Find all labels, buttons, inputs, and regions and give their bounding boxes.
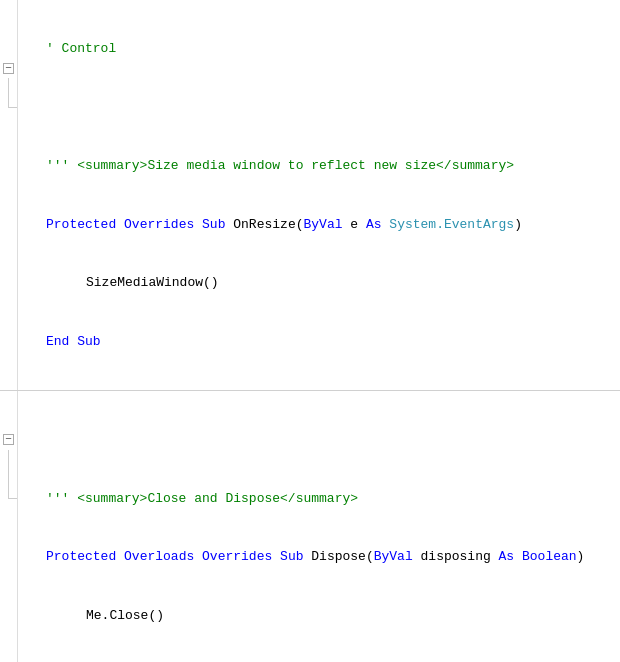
line-blank-1 bbox=[26, 98, 620, 118]
section-control: − ' Control ''' <summary>Size media wind… bbox=[0, 0, 620, 390]
apostrophe: ' Control bbox=[46, 41, 116, 56]
code-section-control: ' Control ''' <summary>Size media window… bbox=[18, 0, 620, 390]
line-protected-onresize: Protected Overrides Sub OnResize(ByVal e… bbox=[26, 215, 620, 235]
gutter-dispose: − bbox=[0, 391, 18, 662]
code-section-dispose: ''' <summary>Close and Dispose</summary>… bbox=[18, 391, 620, 662]
bar-cell-vline-end bbox=[0, 98, 18, 118]
line-summary-resize: ''' <summary>Size media window to reflec… bbox=[26, 156, 620, 176]
line-sizemedia: SizeMediaWindow() bbox=[26, 273, 620, 293]
line-control-comment: ' Control bbox=[26, 39, 620, 59]
bar-cell bbox=[0, 20, 18, 40]
gutter-control: − bbox=[0, 0, 18, 390]
section-dispose: − ''' <summary>Close and Dispose</summar… bbox=[0, 391, 620, 662]
line-meclose: Me.Close() bbox=[26, 606, 620, 626]
line-protected-dispose: Protected Overloads Overrides Sub Dispos… bbox=[26, 547, 620, 567]
bar-cell bbox=[0, 0, 18, 20]
line-summary-dispose: ''' <summary>Close and Dispose</summary> bbox=[26, 489, 620, 509]
line-blank-2 bbox=[26, 430, 620, 450]
code-editor: − ' Control ''' <summary>Size media wind… bbox=[0, 0, 620, 662]
bar-cell-minus-dispose[interactable]: − bbox=[0, 430, 18, 450]
bar-cell bbox=[0, 39, 18, 59]
bar-cell-vline bbox=[0, 78, 18, 98]
bar-cell-minus[interactable]: − bbox=[0, 59, 18, 79]
line-end-sub-1: End Sub bbox=[26, 332, 620, 352]
